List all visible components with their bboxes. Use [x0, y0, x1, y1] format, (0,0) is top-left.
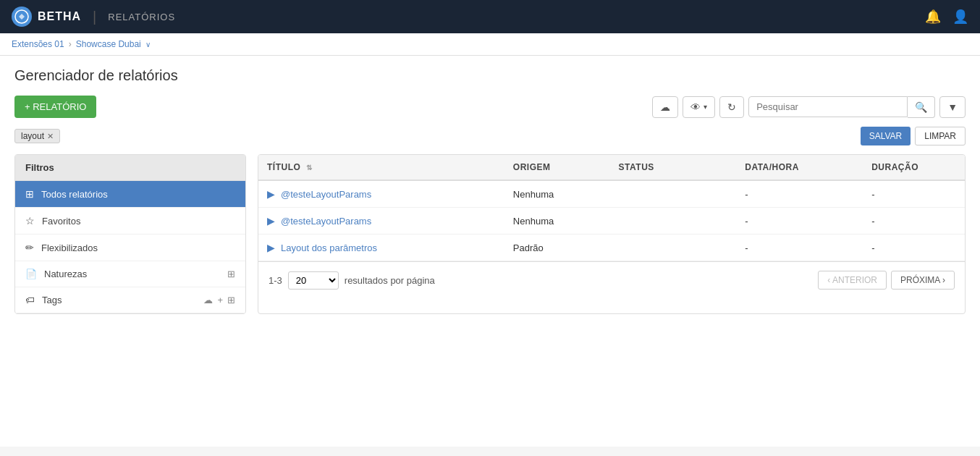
col-header-titulo: TÍTULO ⇅: [258, 155, 504, 180]
filter-tag-close[interactable]: ✕: [47, 132, 54, 141]
refresh-icon: ↻: [727, 101, 736, 113]
table-row: ▶ Layout dos parâmetros Padrão - -: [258, 235, 965, 261]
results-text: resultados por página: [345, 275, 435, 286]
sidebar: Filtros ⊞ Todos relatórios ☆ Favoritos ✏…: [14, 154, 246, 314]
search-input[interactable]: [748, 96, 908, 117]
next-page-button[interactable]: PRÓXIMA ›: [891, 271, 955, 290]
favoritos-icon: ☆: [25, 215, 35, 227]
eye-icon: 👁: [690, 101, 701, 113]
tags-upload-icon[interactable]: ☁: [203, 295, 213, 305]
nav-divider: |: [93, 9, 96, 25]
naturezas-actions: ⊞: [227, 269, 235, 279]
reports-table: TÍTULO ⇅ ORIGEM STATUS DATA/HORA DURAÇÃO…: [258, 155, 965, 261]
cell-titulo: ▶ Layout dos parâmetros: [258, 235, 504, 261]
sidebar-header: Filtros: [15, 155, 245, 181]
tags-expand-icon[interactable]: ⊞: [227, 295, 235, 305]
cell-duracao: -: [863, 180, 947, 208]
sidebar-item-todos[interactable]: ⊞ Todos relatórios: [15, 181, 245, 208]
filter-button[interactable]: ▼: [939, 96, 966, 118]
sidebar-item-favoritos[interactable]: ☆ Favoritos: [15, 208, 245, 235]
filter-tag-label: layout: [21, 131, 44, 141]
cell-data-hora: -: [736, 180, 863, 208]
cell-status: [610, 235, 737, 261]
col-header-action: [947, 155, 965, 180]
logo-icon: [12, 7, 32, 27]
prev-page-button[interactable]: ‹ ANTERIOR: [818, 271, 887, 290]
logo-text: BETHA: [38, 10, 81, 23]
breadcrumb-chevron-1: ›: [69, 39, 72, 49]
pagination-right: ‹ ANTERIOR PRÓXIMA ›: [818, 271, 955, 290]
sidebar-flexibilizados-label: Flexibilizados: [41, 242, 98, 253]
cell-origem: Nenhuma: [504, 180, 610, 208]
search-wrapper: 🔍: [748, 96, 935, 118]
breadcrumb: Extensões 01 › Showcase Dubai ∨: [0, 33, 980, 56]
search-icon: 🔍: [915, 101, 927, 113]
filter-actions: SALVAR LIMPAR: [861, 127, 966, 145]
sidebar-item-naturezas[interactable]: 📄 Naturezas ⊞: [15, 261, 245, 287]
table-container: TÍTULO ⇅ ORIGEM STATUS DATA/HORA DURAÇÃO…: [258, 154, 966, 314]
pagination: 1-3 20 50 100 resultados por página ‹ AN…: [258, 261, 965, 298]
tags-add-icon[interactable]: +: [217, 295, 223, 305]
sidebar-favoritos-label: Favoritos: [42, 216, 80, 227]
upload-button[interactable]: ☁: [652, 96, 678, 118]
filter-icon: ▼: [947, 101, 958, 113]
cell-data-hora: -: [736, 208, 863, 235]
user-icon[interactable]: 👤: [952, 9, 968, 25]
cell-duracao: -: [863, 235, 947, 261]
col-header-duracao: DURAÇÃO: [863, 155, 947, 180]
cell-data-hora: -: [736, 235, 863, 261]
pagination-range: 1-3: [269, 275, 282, 286]
filter-tags-left: layout ✕: [14, 129, 60, 143]
flexibilizados-icon: ✏: [25, 242, 34, 253]
tags-left: 🏷 Tags: [25, 295, 62, 305]
tags-icon: 🏷: [25, 295, 35, 305]
clear-filter-button[interactable]: LIMPAR: [915, 127, 966, 145]
nav-left: BETHA | RELATÓRIOS: [12, 7, 175, 27]
play-icon[interactable]: ▶: [267, 242, 275, 253]
play-icon[interactable]: ▶: [267, 188, 275, 200]
report-link[interactable]: @testeLayoutParams: [281, 216, 371, 227]
sidebar-item-tags[interactable]: 🏷 Tags ☁ + ⊞: [15, 287, 245, 313]
eye-chevron-icon: ▾: [704, 103, 707, 111]
cell-titulo: ▶ @testeLayoutParams: [258, 208, 504, 235]
naturezas-expand-icon[interactable]: ⊞: [227, 269, 235, 279]
logo: BETHA: [12, 7, 81, 27]
breadcrumb-dropdown-icon[interactable]: ∨: [145, 41, 151, 48]
save-filter-button[interactable]: SALVAR: [861, 127, 911, 145]
cell-action: [947, 208, 965, 235]
table-header-row: TÍTULO ⇅ ORIGEM STATUS DATA/HORA DURAÇÃO: [258, 155, 965, 180]
cell-origem: Padrão: [504, 235, 610, 261]
report-link[interactable]: @testeLayoutParams: [281, 189, 371, 200]
cell-duracao: -: [863, 208, 947, 235]
nav-title: RELATÓRIOS: [108, 12, 175, 22]
play-icon[interactable]: ▶: [267, 215, 275, 227]
report-link[interactable]: Layout dos parâmetros: [281, 242, 377, 253]
top-nav: BETHA | RELATÓRIOS 🔔 👤: [0, 0, 980, 33]
cell-status: [610, 180, 737, 208]
tags-actions: ☁ + ⊞: [203, 295, 235, 305]
cell-action: [947, 180, 965, 208]
cell-titulo: ▶ @testeLayoutParams: [258, 180, 504, 208]
layout: Filtros ⊞ Todos relatórios ☆ Favoritos ✏…: [14, 154, 966, 314]
sidebar-todos-label: Todos relatórios: [41, 189, 108, 200]
main-content: Gerenciador de relatórios + RELATÓRIO ☁ …: [0, 56, 980, 447]
cell-status: [610, 208, 737, 235]
filter-tags-bar: layout ✕ SALVAR LIMPAR: [14, 127, 966, 145]
filter-tag-layout: layout ✕: [14, 129, 60, 143]
add-report-button[interactable]: + RELATÓRIO: [14, 96, 96, 118]
sort-icon-titulo[interactable]: ⇅: [306, 164, 313, 172]
nav-right: 🔔 👤: [925, 9, 968, 25]
sidebar-item-flexibilizados[interactable]: ✏ Flexibilizados: [15, 235, 245, 261]
search-button[interactable]: 🔍: [908, 96, 935, 118]
refresh-button[interactable]: ↻: [719, 96, 744, 118]
todos-icon: ⊞: [25, 188, 34, 200]
breadcrumb-item-showcase[interactable]: Showcase Dubai: [76, 39, 141, 49]
notifications-icon[interactable]: 🔔: [925, 9, 941, 25]
col-header-status: STATUS: [610, 155, 737, 180]
col-header-data: DATA/HORA: [736, 155, 863, 180]
visibility-button[interactable]: 👁 ▾: [683, 96, 715, 118]
naturezas-icon: 📄: [25, 269, 37, 279]
breadcrumb-item-extensoes[interactable]: Extensões 01: [12, 39, 64, 49]
per-page-select[interactable]: 20 50 100: [288, 271, 339, 290]
toolbar: + RELATÓRIO ☁ 👁 ▾ ↻ 🔍 ▼: [14, 96, 966, 118]
